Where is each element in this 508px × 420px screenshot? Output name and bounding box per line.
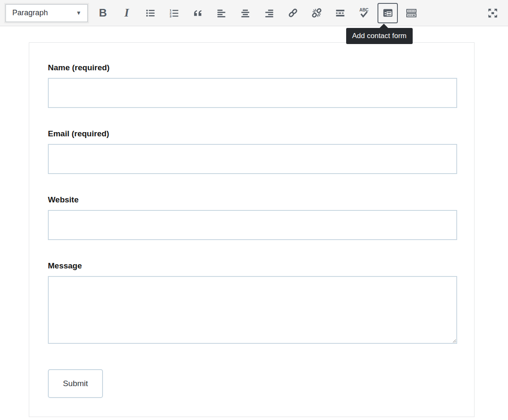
blockquote-icon [192,7,204,19]
spellcheck-icon: ABC [358,7,370,19]
link-icon [287,7,299,19]
numbered-list-icon: 1 2 3 [169,8,180,19]
tooltip-arrow [380,24,388,28]
align-left-button[interactable] [213,5,230,22]
bold-button[interactable]: B [94,5,111,22]
align-left-icon [216,8,227,19]
message-field-label: Message [48,261,456,271]
align-center-button[interactable] [237,5,254,22]
contact-form-icon [382,7,394,19]
email-input[interactable] [48,144,457,174]
align-right-button[interactable] [261,5,278,22]
add-contact-form-button[interactable] [378,3,398,23]
insert-link-button[interactable] [284,5,301,22]
editor-content-area: Name (required) Email (required) Website… [0,26,508,417]
blockquote-button[interactable] [189,5,206,22]
keyboard-icon [405,7,417,19]
message-textarea[interactable] [48,276,457,344]
read-more-button[interactable] [332,5,349,22]
svg-text:3: 3 [169,14,172,18]
align-center-icon [240,8,251,19]
contact-form-preview: Name (required) Email (required) Website… [29,42,475,417]
read-more-icon [335,8,346,19]
name-input[interactable] [48,78,457,108]
name-field-label: Name (required) [48,63,456,72]
fullscreen-icon [487,7,499,19]
website-field-label: Website [48,195,456,204]
align-right-icon [264,8,275,19]
toolbar-toggle-button[interactable] [403,5,420,22]
paragraph-format-dropdown[interactable]: Paragraph ▼ [6,4,88,22]
bulleted-list-icon [145,8,156,19]
numbered-list-button[interactable]: 1 2 3 [166,5,183,22]
tooltip-text: Add contact form [352,32,407,40]
chevron-down-icon: ▼ [76,10,81,16]
submit-button[interactable]: Submit [48,369,103,398]
unlink-icon [311,7,322,19]
remove-link-button[interactable] [308,5,325,22]
svg-text:ABC: ABC [359,7,369,12]
spellcheck-button[interactable]: ABC [355,5,372,22]
italic-button[interactable]: I [118,5,135,22]
paragraph-format-value: Paragraph [12,8,48,17]
fullscreen-button[interactable] [484,5,501,22]
editor-toolbar: Paragraph ▼ B I 1 2 3 [0,0,508,26]
email-field-label: Email (required) [48,129,456,138]
bulleted-list-button[interactable] [142,5,159,22]
website-input[interactable] [48,210,457,240]
add-contact-form-tooltip: Add contact form [346,28,413,44]
